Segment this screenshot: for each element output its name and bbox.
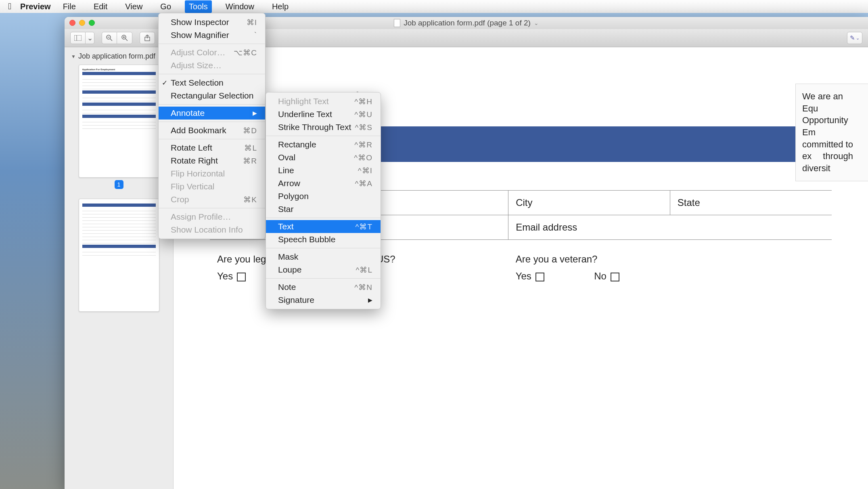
- menu-text-selection[interactable]: ✓Text Selection: [159, 76, 265, 89]
- annotate-loupe[interactable]: Loupe^⌘L: [266, 263, 381, 276]
- page-thumbnail-1[interactable]: Application For Employment: [79, 65, 159, 178]
- window-minimize-button[interactable]: [79, 20, 85, 26]
- zoom-out-button[interactable]: [102, 32, 117, 44]
- menu-edit[interactable]: Edit: [90, 0, 111, 13]
- menu-show-location-info: Show Location Info: [159, 223, 265, 236]
- question-veteran: Are you a veteran? Yes No: [508, 240, 832, 289]
- menu-window[interactable]: Window: [222, 0, 258, 13]
- menu-crop: Crop⌘K: [159, 193, 265, 206]
- annotate-arrow[interactable]: Arrow^⌘A: [266, 177, 381, 190]
- menu-show-magnifier[interactable]: Show Magnifier`: [159, 29, 265, 42]
- menu-add-bookmark[interactable]: Add Bookmark⌘D: [159, 124, 265, 137]
- field-email-label: Email address: [508, 215, 832, 240]
- annotate-rectangle[interactable]: Rectangle^⌘R: [266, 138, 381, 151]
- window-zoom-button[interactable]: [89, 20, 95, 26]
- svg-line-3: [110, 39, 112, 41]
- annotate-text[interactable]: Text^⌘T: [266, 220, 381, 233]
- menu-view[interactable]: View: [121, 0, 146, 13]
- annotate-star[interactable]: Star: [266, 203, 381, 216]
- veteran-no-checkbox[interactable]: [611, 273, 619, 281]
- menu-tools[interactable]: Tools: [185, 0, 212, 13]
- annotate-strike-through[interactable]: Strike Through Text^⌘S: [266, 121, 381, 134]
- annotate-oval[interactable]: Oval^⌘O: [266, 151, 381, 164]
- menu-show-inspector[interactable]: Show Inspector⌘I: [159, 16, 265, 29]
- menu-rectangular-selection[interactable]: Rectangular Selection: [159, 89, 265, 102]
- window-title: Job application form.pdf (page 1 of 2): [404, 19, 531, 27]
- question-veteran-label: Are you a veteran?: [516, 254, 824, 265]
- veteran-yes-label: Yes: [516, 271, 531, 281]
- annotate-speech-bubble[interactable]: Speech Bubble: [266, 233, 381, 246]
- svg-rect-0: [74, 35, 82, 41]
- tools-dropdown: Show Inspector⌘I Show Magnifier` Adjust …: [158, 13, 266, 239]
- sidebar-filename-label: Job application form.pdf: [78, 52, 155, 61]
- menu-file[interactable]: File: [59, 0, 80, 13]
- apple-menu-icon[interactable]: : [8, 1, 11, 12]
- annotate-note[interactable]: Note^⌘N: [266, 281, 381, 294]
- share-button[interactable]: [140, 32, 155, 44]
- annotate-highlight-text: Highlight Text^⌘H: [266, 95, 381, 108]
- sidebar-view-menu-button[interactable]: ⌄: [86, 32, 94, 44]
- menu-rotate-right[interactable]: Rotate Right⌘R: [159, 154, 265, 167]
- markup-toolbar-button[interactable]: ✎⌄: [847, 32, 862, 44]
- app-menu[interactable]: Preview: [20, 2, 51, 11]
- menu-adjust-size: Adjust Size…: [159, 59, 265, 72]
- veteran-yes-checkbox[interactable]: [535, 273, 544, 281]
- page-number-badge: 1: [115, 180, 123, 189]
- sidebar-filename-header[interactable]: ▼ Job application form.pdf: [71, 52, 168, 61]
- menu-rotate-left[interactable]: Rotate Left⌘L: [159, 141, 265, 154]
- sidebar-view-button[interactable]: [70, 32, 86, 44]
- menu-assign-profile: Assign Profile…: [159, 210, 265, 223]
- svg-line-6: [125, 39, 128, 41]
- page-thumbnail-2[interactable]: [79, 199, 159, 312]
- annotate-underline-text[interactable]: Underline Text^⌘U: [266, 108, 381, 121]
- annotate-mask[interactable]: Mask: [266, 250, 381, 263]
- menu-flip-horizontal: Flip Horizontal: [159, 167, 265, 180]
- menu-annotate[interactable]: Annotate▶: [159, 107, 265, 120]
- document-title-fragment: nent: [323, 88, 832, 108]
- menu-adjust-color: Adjust Color…⌥⌘C: [159, 46, 265, 59]
- eligible-yes-checkbox[interactable]: [237, 273, 246, 281]
- eligible-yes-label: Yes: [217, 271, 233, 281]
- veteran-no-label: No: [594, 271, 607, 281]
- menu-help[interactable]: Help: [268, 0, 293, 13]
- thumbnails-sidebar: ▼ Job application form.pdf Application F…: [65, 47, 174, 489]
- document-proxy-icon[interactable]: [394, 19, 400, 27]
- title-rename-chevron-icon[interactable]: ⌄: [534, 20, 539, 26]
- annotate-polygon[interactable]: Polygon: [266, 190, 381, 203]
- window-close-button[interactable]: [69, 20, 75, 26]
- annotate-signature[interactable]: Signature▶: [266, 294, 381, 306]
- field-state-label: State: [670, 191, 832, 215]
- field-city-label: City: [508, 191, 670, 215]
- system-menubar:  Preview File Edit View Go Tools Window…: [0, 0, 868, 13]
- menu-go[interactable]: Go: [156, 0, 175, 13]
- annotate-submenu: Highlight Text^⌘H Underline Text^⌘U Stri…: [266, 92, 381, 309]
- menu-flip-vertical: Flip Vertical: [159, 180, 265, 193]
- annotate-line[interactable]: Line^⌘I: [266, 164, 381, 177]
- zoom-in-button[interactable]: [117, 32, 132, 44]
- disclosure-triangle-icon[interactable]: ▼: [71, 54, 76, 59]
- eoe-statement-box: We are an Equ Opportunity Em committed t…: [795, 84, 868, 181]
